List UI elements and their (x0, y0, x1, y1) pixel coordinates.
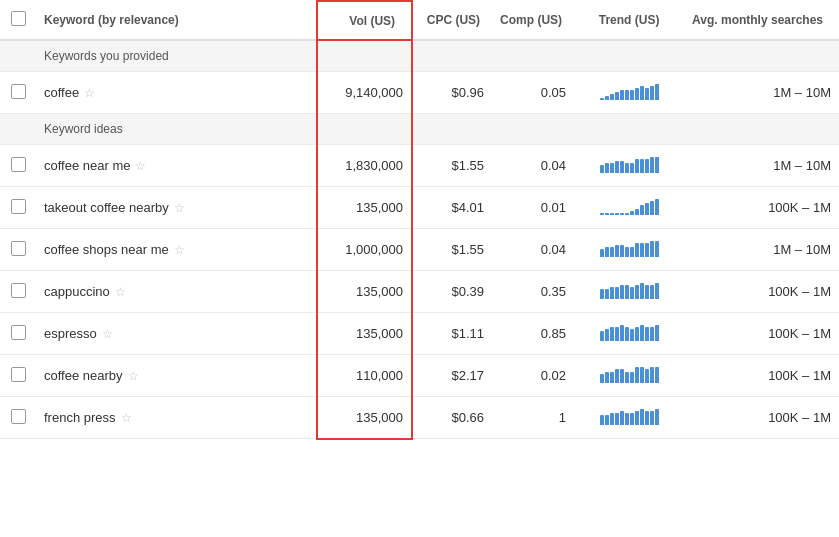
header-keyword[interactable]: Keyword (by relevance) (36, 1, 317, 40)
cpc-cell: $0.66 (412, 397, 492, 439)
comp-cell: 0.02 (492, 355, 574, 397)
row-checkbox[interactable] (11, 157, 26, 172)
trend-bar (655, 283, 659, 299)
trend-bar (635, 411, 639, 425)
trend-bar (645, 369, 649, 383)
table-row: takeout coffee nearby ☆ 135,000 $4.01 0.… (0, 187, 839, 229)
keyword-name: takeout coffee nearby ☆ (44, 200, 185, 215)
section-header-empty (0, 114, 36, 145)
keyword-cell: espresso ☆ (36, 313, 317, 355)
trend-bar (605, 163, 609, 173)
trend-bar (605, 415, 609, 425)
row-checkbox[interactable] (11, 199, 26, 214)
trend-bar (650, 285, 654, 299)
trend-bar (630, 287, 634, 299)
avg-cell: 100K – 1M (684, 355, 839, 397)
keyword-text: french press (44, 410, 116, 425)
trend-bar (605, 289, 609, 299)
star-icon[interactable]: ☆ (135, 159, 146, 173)
star-icon[interactable]: ☆ (174, 201, 185, 215)
trend-bar (650, 327, 654, 341)
trend-bar (610, 94, 614, 100)
header-vol[interactable]: Vol (US) (317, 1, 412, 40)
sparkline (600, 239, 659, 257)
keyword-text: coffee shops near me (44, 242, 169, 257)
star-icon[interactable]: ☆ (174, 243, 185, 257)
header-cpc[interactable]: CPC (US) (412, 1, 492, 40)
table-row: coffee nearby ☆ 110,000 $2.17 0.02 100K … (0, 355, 839, 397)
star-icon[interactable]: ☆ (102, 327, 113, 341)
keyword-cell: cappuccino ☆ (36, 271, 317, 313)
keyword-cell: coffee shops near me ☆ (36, 229, 317, 271)
sparkline (600, 197, 659, 215)
row-checkbox[interactable] (11, 367, 26, 382)
trend-bar (630, 413, 634, 425)
comp-cell: 0.04 (492, 229, 574, 271)
trend-bar (655, 241, 659, 257)
row-checkbox[interactable] (11, 241, 26, 256)
trend-bar (625, 327, 629, 341)
trend-bar (650, 157, 654, 173)
trend-bar (655, 367, 659, 383)
trend-bar (620, 90, 624, 100)
trend-bar (615, 245, 619, 257)
row-checkbox-cell (0, 271, 36, 313)
row-checkbox[interactable] (11, 283, 26, 298)
keyword-table-container: Keyword (by relevance) Vol (US) CPC (US)… (0, 0, 839, 440)
trend-bar (640, 86, 644, 100)
star-icon[interactable]: ☆ (84, 86, 95, 100)
section-header-row: Keywords you provided (0, 40, 839, 72)
header-trend[interactable]: Trend (US) (574, 1, 684, 40)
trend-bar (655, 409, 659, 425)
trend-bar (635, 367, 639, 383)
row-checkbox[interactable] (11, 84, 26, 99)
trend-bar (645, 411, 649, 425)
cpc-cell: $0.96 (412, 72, 492, 114)
trend-bar (610, 163, 614, 173)
table-header-row: Keyword (by relevance) Vol (US) CPC (US)… (0, 1, 839, 40)
trend-bar (635, 243, 639, 257)
trend-bar (640, 283, 644, 299)
trend-cell (574, 355, 684, 397)
row-checkbox[interactable] (11, 325, 26, 340)
trend-bar (640, 159, 644, 173)
trend-bar (600, 98, 604, 100)
trend-cell (574, 145, 684, 187)
trend-bar (620, 285, 624, 299)
table-row: espresso ☆ 135,000 $1.11 0.85 100K – 1M (0, 313, 839, 355)
row-checkbox-cell (0, 229, 36, 271)
comp-cell: 1 (492, 397, 574, 439)
trend-bar (615, 92, 619, 100)
star-icon[interactable]: ☆ (121, 411, 132, 425)
row-checkbox[interactable] (11, 409, 26, 424)
select-all-checkbox[interactable] (11, 11, 26, 26)
vol-cell: 1,830,000 (317, 145, 412, 187)
vol-cell: 1,000,000 (317, 229, 412, 271)
trend-bar (615, 213, 619, 215)
table-row: coffee ☆ 9,140,000 $0.96 0.05 1M – 10M (0, 72, 839, 114)
trend-bar (650, 241, 654, 257)
trend-bar (625, 247, 629, 257)
header-avg[interactable]: Avg. monthly searches (684, 1, 839, 40)
sparkline (600, 323, 659, 341)
header-comp[interactable]: Comp (US) (492, 1, 574, 40)
avg-cell: 100K – 1M (684, 313, 839, 355)
trend-bar (650, 367, 654, 383)
section-header-label: Keyword ideas (36, 114, 317, 145)
keyword-cell: coffee near me ☆ (36, 145, 317, 187)
trend-bar (625, 163, 629, 173)
keyword-text: coffee nearby (44, 368, 123, 383)
trend-bar (630, 247, 634, 257)
trend-cell (574, 187, 684, 229)
trend-bar (640, 243, 644, 257)
keyword-name: coffee shops near me ☆ (44, 242, 185, 257)
trend-bar (645, 327, 649, 341)
avg-cell: 100K – 1M (684, 397, 839, 439)
star-icon[interactable]: ☆ (128, 369, 139, 383)
trend-bar (630, 329, 634, 341)
trend-bar (655, 157, 659, 173)
trend-bar (655, 84, 659, 100)
star-icon[interactable]: ☆ (115, 285, 126, 299)
vol-cell: 135,000 (317, 397, 412, 439)
keyword-text: coffee (44, 85, 79, 100)
